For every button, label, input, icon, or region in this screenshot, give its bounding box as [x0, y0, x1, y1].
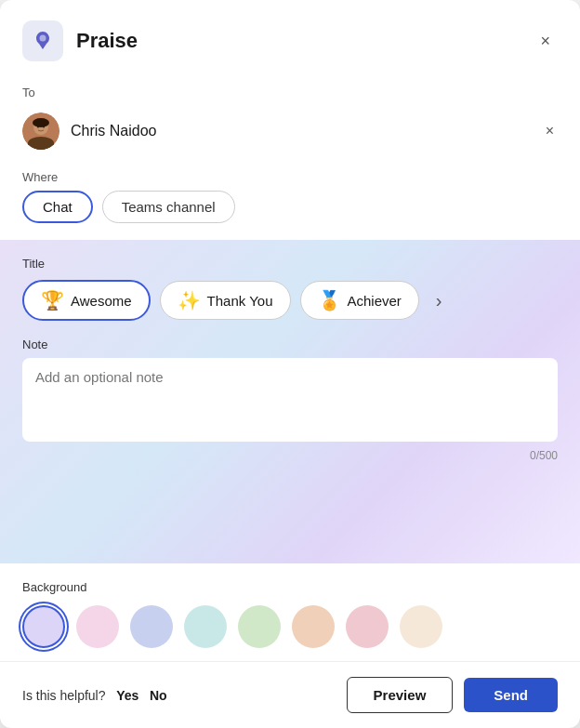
praise-body: Title 🏆 Awesome ✨ Thank You 🏅 Achiever › — [0, 240, 580, 563]
badge-thank-you[interactable]: ✨ Thank You — [160, 281, 291, 320]
color-periwinkle[interactable] — [130, 605, 173, 648]
footer: Is this helpful? Yes No Preview Send — [0, 661, 580, 728]
thankyou-emoji: ✨ — [178, 289, 201, 311]
awesome-label: Awesome — [71, 293, 132, 309]
color-sage[interactable] — [238, 605, 281, 648]
helpful-no-button[interactable]: No — [150, 688, 167, 703]
to-label: To — [22, 86, 558, 99]
note-label: Note — [22, 338, 558, 351]
avatar — [22, 113, 59, 150]
praise-modal: Praise × To C — [0, 0, 580, 728]
color-blush[interactable] — [346, 605, 389, 648]
char-count: 0/500 — [22, 449, 558, 462]
where-section: Where Chat Teams channel — [0, 157, 580, 223]
where-chat-button[interactable]: Chat — [22, 191, 93, 223]
achiever-label: Achiever — [348, 293, 402, 309]
awesome-emoji: 🏆 — [41, 289, 64, 311]
thankyou-label: Thank You — [207, 293, 273, 309]
color-peach[interactable] — [292, 605, 335, 648]
note-textarea[interactable] — [22, 358, 558, 442]
where-buttons: Chat Teams channel — [22, 191, 558, 223]
badge-row: 🏆 Awesome ✨ Thank You 🏅 Achiever › — [22, 280, 558, 321]
helpful-prompt: Is this helpful? Yes No — [22, 688, 336, 703]
helpful-yes-button[interactable]: Yes — [116, 688, 138, 703]
modal-title: Praise — [76, 29, 533, 53]
svg-point-3 — [29, 139, 53, 150]
color-mint[interactable] — [184, 605, 227, 648]
praise-app-icon — [22, 20, 63, 61]
more-badges-button[interactable]: › — [428, 286, 450, 315]
background-label: Background — [22, 580, 558, 594]
to-section: To Chris Naidoo × — [0, 74, 580, 157]
color-pink[interactable] — [76, 605, 119, 648]
recipient-row: Chris Naidoo × — [22, 105, 558, 157]
svg-point-7 — [33, 118, 49, 127]
helpful-label: Is this helpful? — [22, 688, 106, 703]
color-row — [22, 605, 558, 648]
avatar-image — [22, 113, 59, 150]
send-button[interactable]: Send — [464, 678, 558, 712]
color-lavender[interactable] — [22, 605, 65, 648]
remove-recipient-button[interactable]: × — [542, 119, 558, 143]
recipient-name: Chris Naidoo — [71, 123, 531, 139]
note-section: Note 0/500 — [22, 338, 558, 462]
title-label: Title — [22, 257, 558, 271]
where-teams-button[interactable]: Teams channel — [102, 191, 235, 223]
modal-header: Praise × — [0, 0, 580, 74]
modal-close-button[interactable]: × — [533, 28, 558, 55]
badge-achiever[interactable]: 🏅 Achiever — [300, 281, 419, 320]
preview-button[interactable]: Preview — [347, 677, 454, 713]
where-label: Where — [22, 170, 558, 184]
background-section: Background — [0, 563, 580, 661]
title-section: Title 🏆 Awesome ✨ Thank You 🏅 Achiever › — [22, 257, 558, 321]
color-cream[interactable] — [400, 605, 442, 648]
achiever-emoji: 🏅 — [318, 289, 341, 311]
badge-awesome[interactable]: 🏆 Awesome — [22, 280, 151, 321]
svg-point-0 — [40, 35, 46, 42]
